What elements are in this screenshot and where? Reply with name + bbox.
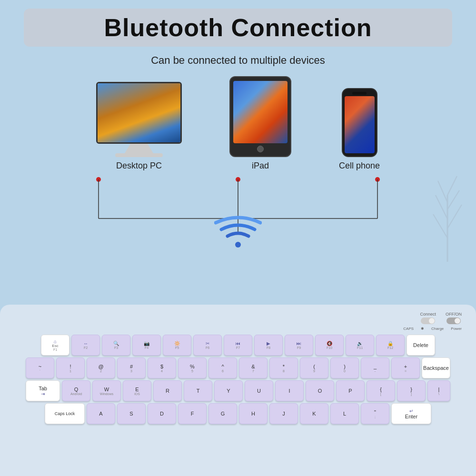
key-bracket-open[interactable]: { [ [367,380,395,401]
svg-line-11 [447,205,462,228]
key-minus[interactable]: _ - [361,357,389,378]
key-f10[interactable]: 🔇 F10 [315,335,344,356]
key-tilde[interactable]: ~ ` [26,357,54,378]
monitor-base [115,153,163,157]
key-q[interactable]: Q Android [62,380,90,401]
device-phone: Cell phone [339,88,380,171]
key-r[interactable]: R [153,380,182,401]
key-p[interactable]: P [336,380,365,401]
key-f5[interactable]: 🔆 F5 [163,335,191,356]
top-section: Bluetooth Connection Can be connected to… [0,0,476,305]
key-a[interactable]: A [87,403,115,424]
power-indicator: Power [451,327,462,331]
wifi-icon [214,214,262,252]
indicators-row: CAPS ✱ Charge Power [10,327,466,331]
key-e[interactable]: E iOS [123,380,151,401]
key-bracket-close[interactable]: } ] [397,380,426,401]
phone-notch [352,92,367,95]
key-h[interactable]: H [239,403,268,424]
key-3[interactable]: # 3 [117,357,146,378]
title-bar: Bluetooth Connection [24,9,452,47]
monitor-stand [125,144,153,153]
keyboard: ⌂ Esc F1 ↔ F2 🔍 F3 📷 F4 🔆 F5 ✂ [10,335,466,424]
key-enter[interactable]: ↵ Enter [391,403,431,424]
key-f8[interactable]: ▶ F8 [254,335,283,356]
key-f[interactable]: F [178,403,207,424]
offon-toggle[interactable] [446,317,461,324]
key-2[interactable]: @ 2 [87,357,115,378]
key-j[interactable]: J [269,403,298,424]
page-title: Bluetooth Connection [38,13,438,42]
key-o[interactable]: O [306,380,334,401]
connect-control: Connect [420,312,436,324]
devices-row: Desktop PC iPad Cell phone [0,76,476,171]
ipad-screen [233,81,288,143]
key-8[interactable]: * 8 [269,357,298,378]
svg-line-10 [433,214,447,238]
key-s[interactable]: S [117,403,146,424]
key-d[interactable]: D [148,403,176,424]
connect-label: Connect [420,312,436,317]
charge-indicator: Charge [431,327,444,331]
key-row-fn: ⌂ Esc F1 ↔ F2 🔍 F3 📷 F4 🔆 F5 ✂ [10,335,466,356]
svg-point-8 [235,242,241,248]
key-f9[interactable]: ⏭ F9 [285,335,313,356]
subtitle: Can be connected to multiple devices [151,54,325,67]
phone-label: Cell phone [339,161,380,171]
key-backspace[interactable]: Backspace [422,357,450,378]
bt-indicator: ✱ [421,327,424,331]
plant-decoration [428,167,466,262]
key-esc[interactable]: ⌂ Esc F1 [41,335,69,356]
key-f6[interactable]: ✂ F6 [193,335,222,356]
key-capslock[interactable]: Caps Lock [45,403,85,424]
key-5[interactable]: % 5 [178,357,207,378]
svg-line-14 [438,181,447,202]
toggle-knob [429,318,435,324]
ipad-home-button [257,146,264,152]
key-row-asdf: Caps Lock A S D F G H J [10,403,466,424]
device-ipad: iPad [229,76,291,171]
offon-control: OFF/ON [446,312,462,324]
device-desktop: Desktop PC [96,82,182,171]
key-7[interactable]: & 7 [239,357,268,378]
key-tab[interactable]: Tab ⇥ [26,380,60,401]
key-delete[interactable]: Delete [407,335,435,356]
key-f12[interactable]: 🔒 F12 [376,335,405,356]
key-equals[interactable]: + = [391,357,420,378]
phone-screen [345,96,375,153]
key-9[interactable]: ( 9 [300,357,328,378]
key-backslash[interactable]: | \ [427,380,450,401]
key-g[interactable]: G [208,403,237,424]
offon-label: OFF/ON [446,312,462,317]
key-0[interactable]: ) 0 [330,357,359,378]
keyboard-controls: Connect OFF/ON [10,312,466,324]
key-6[interactable]: ^ 6 [208,357,237,378]
ipad-label: iPad [252,161,269,171]
keyboard-section: Connect OFF/ON CAPS ✱ Charge Power ⌂ Esc… [0,305,476,476]
key-y[interactable]: Y [214,380,243,401]
key-f4[interactable]: 📷 F4 [132,335,161,356]
key-1[interactable]: ! 1 [56,357,85,378]
monitor-screen [98,83,180,142]
key-i[interactable]: I [275,380,304,401]
key-f2[interactable]: ↔ F2 [71,335,100,356]
key-semicolon[interactable]: " ; [361,403,389,424]
key-u[interactable]: U [245,380,273,401]
desktop-monitor-image [96,82,182,144]
connection-area [0,176,476,252]
desktop-label: Desktop PC [116,161,162,171]
key-l[interactable]: L [330,403,359,424]
offon-knob [455,318,460,324]
phone-image [342,88,377,157]
connect-toggle[interactable] [421,317,435,324]
key-f11[interactable]: 🔉 F11 [346,335,374,356]
key-k[interactable]: K [300,403,328,424]
key-f7[interactable]: ⏮ F7 [224,335,252,356]
svg-line-15 [447,176,457,195]
key-f3[interactable]: 🔍 F3 [102,335,130,356]
key-t[interactable]: T [184,380,212,401]
key-row-numbers: ~ ` ! 1 @ 2 # 3 $ 4 % 5 [10,357,466,378]
caps-indicator: CAPS [403,327,414,331]
key-w[interactable]: W Windows [92,380,121,401]
key-4[interactable]: $ 4 [148,357,176,378]
